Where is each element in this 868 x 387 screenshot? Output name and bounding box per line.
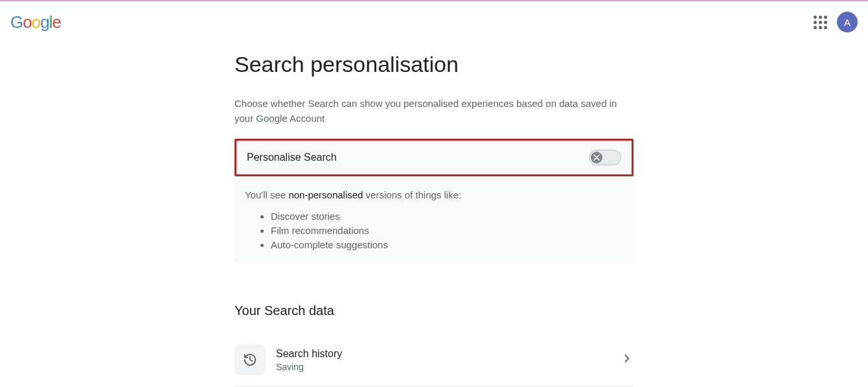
toggle-off-icon	[591, 152, 602, 163]
personalise-card: Personalise Search You'll see non-person…	[234, 139, 634, 264]
personalise-toggle[interactable]	[589, 150, 621, 165]
account-avatar[interactable]: A	[837, 12, 858, 32]
list-item: Film recommendations	[271, 224, 623, 238]
apps-grid-icon[interactable]	[812, 14, 828, 30]
search-data-section-title: Your Search data	[234, 303, 634, 318]
personalise-card-body: You'll see non-personalised versions of …	[234, 176, 634, 252]
google-logo[interactable]: Google	[10, 12, 61, 32]
header-right: A	[812, 12, 858, 32]
search-history-subtitle: Saving	[276, 362, 621, 372]
personalise-desc: You'll see non-personalised versions of …	[245, 189, 623, 200]
personalise-items-list: Discover stories Film recommendations Au…	[245, 209, 623, 252]
history-icon	[234, 344, 266, 375]
main-content: Search personalisation Choose whether Se…	[234, 52, 634, 386]
search-history-text: Search history Saving	[276, 348, 621, 372]
search-history-title: Search history	[276, 348, 621, 360]
page-subtitle: Choose whether Search can show you perso…	[234, 97, 620, 126]
chevron-right-icon	[621, 352, 634, 368]
list-item: Auto-complete suggestions	[271, 238, 623, 252]
header: Google A	[0, 1, 868, 43]
search-history-row[interactable]: Search history Saving	[234, 334, 634, 386]
personalise-toggle-row[interactable]: Personalise Search	[234, 139, 634, 176]
page-title: Search personalisation	[234, 52, 634, 77]
avatar-initial: A	[844, 17, 851, 28]
list-item: Discover stories	[271, 209, 623, 224]
personalise-toggle-label: Personalise Search	[247, 152, 337, 163]
